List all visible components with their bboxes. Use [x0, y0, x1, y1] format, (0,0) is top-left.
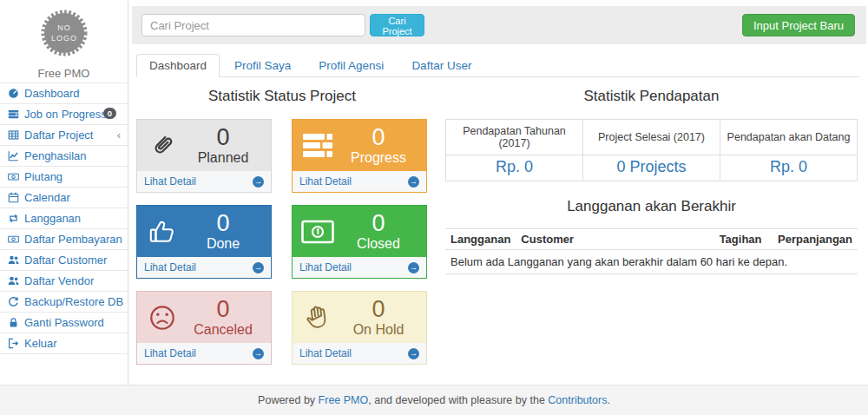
income-section-title: Statistik Pendapatan	[445, 87, 858, 106]
income-label: Project Selesai (2017)	[583, 120, 720, 155]
dashboard-icon	[8, 88, 19, 99]
calendar-icon	[8, 192, 19, 203]
tasks-icon	[8, 109, 19, 120]
on-hold-label: On Hold	[336, 322, 421, 338]
sidebar-menu: Dashboard Job on Progress 0 Daftar Proje…	[0, 82, 128, 354]
closed-detail-link[interactable]: Lihat Detail	[293, 257, 426, 278]
hand-icon	[299, 304, 336, 332]
svg-text:LOGO: LOGO	[50, 34, 76, 43]
status-cards: 0 Planned Lihat Detail 0 Progress	[136, 119, 428, 365]
sidebar-item-piutang[interactable]: Piutang	[0, 167, 128, 187]
column-header: Tagihan	[701, 229, 767, 250]
main-content: Cari Project Input Project Baru Dashboar…	[129, 0, 868, 385]
sidebar-item-ganti-password[interactable]: Ganti Password	[0, 313, 128, 333]
tab-daftar-user[interactable]: Daftar User	[398, 54, 484, 77]
card-progress: 0 Progress Lihat Detail	[292, 119, 427, 193]
right-column: Statistik Pendapatan Pendapatan Tahunan …	[445, 87, 858, 274]
on-hold-count: 0	[336, 297, 421, 322]
column-header: Customer	[516, 229, 700, 250]
income-label: Pendapatan Tahunan (2017)	[446, 120, 583, 155]
sidebar-item-daftar-pembayaran[interactable]: Daftar Pembayaran	[0, 229, 128, 249]
sidebar-item-daftar-vendor[interactable]: Daftar Vendor	[0, 271, 128, 291]
planned-count: 0	[181, 125, 266, 150]
on-hold-detail-link[interactable]: Lihat Detail	[293, 343, 426, 364]
contributors-link[interactable]: Contributors	[548, 394, 607, 406]
income-label: Pendapatan akan Datang	[720, 120, 858, 155]
table-row: Belum ada Langganan yang akan berakhir d…	[445, 250, 858, 274]
planned-label: Planned	[181, 150, 266, 166]
canceled-detail-link[interactable]: Lihat Detail	[137, 343, 271, 364]
sidebar-item-penghasilan[interactable]: Penghasilan	[0, 146, 128, 166]
tab-profil-agensi[interactable]: Profil Agensi	[306, 54, 397, 77]
arrow-circle-right-icon	[408, 262, 419, 273]
planned-detail-link[interactable]: Lihat Detail	[137, 171, 271, 192]
done-count: 0	[181, 211, 266, 236]
income-table: Pendapatan Tahunan (2017) Project Selesa…	[445, 119, 858, 181]
search-button[interactable]: Cari Project	[370, 14, 424, 36]
done-detail-link[interactable]: Lihat Detail	[137, 257, 271, 278]
sidebar-item-daftar-project[interactable]: Daftar Project ‹	[0, 125, 128, 145]
line-chart-icon	[8, 150, 19, 161]
closed-count: 0	[336, 211, 421, 236]
column-header: Perpanjangan	[767, 229, 858, 250]
progress-detail-link[interactable]: Lihat Detail	[293, 171, 426, 192]
canceled-label: Canceled	[181, 322, 266, 338]
done-label: Done	[181, 236, 266, 252]
free-pmo-link[interactable]: Free PMO	[319, 394, 369, 406]
thumbs-up-icon	[144, 218, 181, 246]
card-planned: 0 Planned Lihat Detail	[136, 119, 272, 193]
income-value-link[interactable]: Rp. 0	[770, 158, 807, 175]
card-canceled: 0 Canceled Lihat Detail	[136, 291, 272, 365]
tab-dashboard[interactable]: Dashboard	[136, 54, 220, 77]
arrow-circle-right-icon	[253, 348, 264, 359]
closed-label: Closed	[336, 236, 421, 252]
no-logo-seal: NO LOGO	[36, 5, 92, 61]
empty-message: Belum ada Langganan yang akan berakhir d…	[445, 250, 858, 274]
tab-bar: Dashboard Profil Saya Profil Agensi Daft…	[136, 54, 859, 77]
progress-label: Progress	[336, 150, 421, 166]
lock-icon	[8, 317, 19, 328]
sidebar-item-langganan[interactable]: Langganan	[0, 208, 128, 228]
footer-text: , and developed with pleasure by the	[368, 394, 548, 406]
card-done: 0 Done Lihat Detail	[136, 205, 272, 279]
sidebar-item-daftar-customer[interactable]: Daftar Customer	[0, 250, 128, 270]
income-value-link[interactable]: Rp. 0	[496, 158, 533, 175]
users-icon	[8, 275, 19, 287]
footer-text: Powered by	[258, 394, 318, 406]
topbar: Cari Project Input Project Baru	[132, 6, 866, 44]
refresh-icon	[8, 296, 19, 307]
subscription-section-title: Langganan akan Berakhir	[445, 197, 858, 216]
income-value-link[interactable]: 0 Projects	[616, 158, 686, 175]
status-section: Statistik Status Project 0 Planned Lihat…	[136, 87, 428, 365]
users-icon	[8, 254, 19, 266]
progress-count: 0	[336, 125, 421, 150]
sidebar-item-dashboard[interactable]: Dashboard	[0, 83, 128, 103]
retweet-icon	[8, 213, 19, 224]
sign-out-icon	[8, 338, 19, 349]
subscription-table: Langganan Customer Tagihan Perpanjangan …	[445, 228, 858, 274]
sidebar-item-backup-restore-db[interactable]: Backup/Restore DB	[0, 292, 128, 312]
tab-profil-saya[interactable]: Profil Saya	[221, 54, 304, 77]
sidebar-item-job-on-progress[interactable]: Job on Progress 0	[0, 104, 128, 124]
arrow-circle-right-icon	[253, 176, 264, 188]
chevron-left-icon: ‹	[117, 128, 121, 142]
arrow-circle-right-icon	[408, 348, 419, 359]
card-on-hold: 0 On Hold Lihat Detail	[292, 291, 427, 365]
footer-text: .	[607, 394, 609, 406]
sidebar-item-calendar[interactable]: Calendar	[0, 188, 128, 208]
job-count-badge: 0	[103, 108, 116, 119]
money-icon	[8, 171, 19, 182]
frown-icon	[144, 304, 181, 332]
column-header: Langganan	[445, 229, 516, 250]
paperclip-icon	[144, 132, 181, 160]
status-section-title: Statistik Status Project	[136, 87, 428, 106]
sidebar: NO LOGO Free PMO Dashboard Job on Progre…	[0, 0, 128, 385]
search-input[interactable]	[141, 14, 365, 36]
svg-text:NO: NO	[57, 23, 71, 32]
money-icon	[299, 219, 336, 245]
brand: NO LOGO Free PMO	[0, 0, 128, 82]
arrow-circle-right-icon	[408, 176, 419, 188]
input-project-baru-button[interactable]: Input Project Baru	[742, 14, 855, 36]
sidebar-item-keluar[interactable]: Keluar	[0, 333, 128, 353]
card-closed: 0 Closed Lihat Detail	[292, 205, 427, 279]
